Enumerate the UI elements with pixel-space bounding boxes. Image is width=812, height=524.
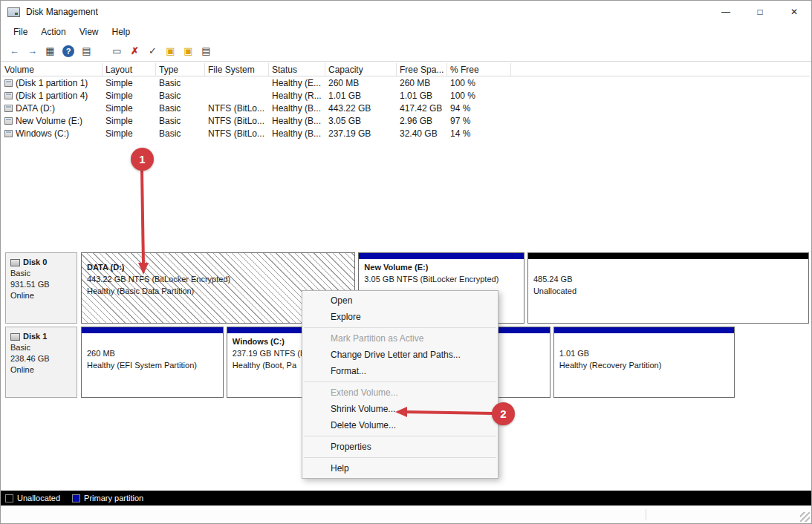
cell-capacity: 260 MB: [325, 78, 397, 88]
table-row[interactable]: (Disk 1 partition 1) Simple Basic Health…: [1, 76, 810, 89]
table-row[interactable]: (Disk 1 partition 4) Simple Basic Health…: [1, 89, 810, 102]
explore-folder-icon[interactable]: ▣: [181, 43, 196, 59]
volume-icon: [4, 92, 13, 99]
disk-type: Basic: [10, 342, 72, 353]
cell-free: 260 MB: [397, 78, 447, 88]
titlebar: Disk Management — □ ✕: [1, 1, 811, 23]
cell-layout: Simple: [103, 128, 156, 139]
legend-primary-partition: Primary partition: [72, 494, 143, 502]
cell-free: 1.01 GB: [397, 91, 447, 101]
menu-item-delete-volume[interactable]: Delete Volume...: [302, 417, 498, 433]
partition-color-bar: [554, 327, 734, 333]
delete-volume-icon[interactable]: ✗: [127, 43, 143, 59]
disk-1-label[interactable]: Disk 1 Basic 238.46 GB Online: [5, 327, 77, 398]
col-file-system[interactable]: File System: [205, 63, 269, 76]
cell-status: Healthy (B...: [269, 128, 325, 139]
cell-pct: 100 %: [447, 78, 511, 88]
cell-free: 417.42 GB: [397, 103, 447, 114]
forward-icon[interactable]: →: [25, 43, 40, 59]
properties-icon[interactable]: ▤: [198, 43, 214, 59]
minimize-button[interactable]: —: [709, 1, 743, 23]
disk-management-window: Disk Management — □ ✕ File Action View H…: [0, 0, 812, 524]
partition-name: [533, 261, 803, 273]
cell-volume: (Disk 1 partition 1): [16, 78, 88, 88]
menu-item-open[interactable]: Open: [302, 292, 498, 309]
statusbar-divider: [646, 509, 646, 520]
close-button[interactable]: ✕: [777, 1, 811, 23]
partition-recovery[interactable]: 1.01 GB Healthy (Recovery Partition): [553, 327, 735, 398]
menu-item-shrink-volume[interactable]: Shrink Volume...: [302, 401, 498, 417]
partition-name: DATA (D:): [87, 261, 349, 273]
statusbar: [1, 505, 811, 523]
console-tree-icon[interactable]: ▦: [42, 43, 58, 59]
col-capacity[interactable]: Capacity: [325, 63, 397, 76]
menu-separator: [304, 381, 496, 382]
mark-partition-icon[interactable]: ✓: [145, 43, 160, 59]
menu-action[interactable]: Action: [34, 24, 72, 39]
menu-item-explore[interactable]: Explore: [302, 309, 498, 325]
cell-pct: 100 %: [447, 91, 511, 101]
partition-detail: 3.05 GB NTFS (BitLocker Encrypted): [364, 273, 519, 285]
volume-icon: [4, 130, 13, 137]
menu-item-help[interactable]: Help: [302, 460, 498, 476]
menu-separator: [304, 436, 496, 436]
cell-layout: Simple: [103, 116, 156, 126]
resize-grip[interactable]: [800, 512, 810, 522]
menu-view[interactable]: View: [73, 24, 105, 39]
cell-type: Basic: [156, 78, 205, 88]
menu-item-properties[interactable]: Properties: [302, 439, 498, 455]
cell-capacity: 3.05 GB: [325, 116, 397, 126]
legend-label: Unallocated: [17, 494, 60, 502]
partition-detail: 443.22 GB NTFS (BitLocker Encrypted): [87, 273, 349, 285]
col-type[interactable]: Type: [156, 63, 205, 76]
col-free-space[interactable]: Free Spa...: [397, 63, 447, 76]
disk-size: 238.46 GB: [10, 353, 72, 364]
menu-item-change-drive-letter[interactable]: Change Drive Letter and Paths...: [302, 347, 498, 363]
cell-fs: NTFS (BitLo...: [205, 103, 269, 114]
cell-layout: Simple: [103, 78, 156, 88]
table-row[interactable]: New Volume (E:) Simple Basic NTFS (BitLo…: [1, 114, 810, 127]
cell-status: Healthy (E...: [269, 78, 325, 88]
table-row[interactable]: DATA (D:) Simple Basic NTFS (BitLo... He…: [1, 102, 810, 114]
back-icon[interactable]: ←: [7, 43, 22, 59]
action-pane-icon[interactable]: ▭: [109, 43, 125, 59]
menu-file[interactable]: File: [7, 24, 34, 39]
partition-color-bar: [359, 253, 524, 259]
table-row[interactable]: Windows (C:) Simple Basic NTFS (BitLo...…: [1, 127, 810, 140]
col-layout[interactable]: Layout: [103, 63, 156, 76]
partition-detail: 485.24 GB: [533, 273, 803, 285]
volume-icon: [4, 105, 13, 112]
window-title: Disk Management: [26, 7, 98, 17]
open-folder-icon[interactable]: ▣: [163, 43, 178, 59]
volume-icon: [4, 117, 13, 125]
cell-type: Basic: [156, 103, 205, 114]
partition-state: Healthy (EFI System Partition): [87, 359, 218, 371]
volume-icon: [4, 79, 13, 87]
cell-status: Healthy (R...: [269, 91, 325, 101]
menu-item-format[interactable]: Format...: [302, 363, 498, 379]
export-list-icon[interactable]: ▤: [79, 43, 94, 59]
primary-partition-swatch-icon: [72, 494, 80, 502]
cell-pct: 97 %: [447, 116, 511, 126]
partition-unallocated[interactable]: 485.24 GB Unallocated: [527, 252, 809, 324]
disk-icon: [10, 333, 20, 341]
partition-state: Healthy (Recovery Partition): [559, 359, 729, 371]
col-status[interactable]: Status: [269, 63, 325, 76]
disk-type: Basic: [10, 268, 72, 279]
menu-help[interactable]: Help: [105, 24, 137, 39]
disk-icon: [10, 259, 20, 266]
col-pct-free[interactable]: % Free: [447, 63, 511, 76]
partition-efi-system[interactable]: 260 MB Healthy (EFI System Partition): [81, 327, 224, 398]
maximize-button[interactable]: □: [743, 1, 777, 23]
disk-0-label[interactable]: Disk 0 Basic 931.51 GB Online: [5, 252, 77, 324]
cell-status: Healthy (B...: [269, 116, 325, 126]
disk-name: Disk 1: [23, 331, 47, 342]
cell-capacity: 1.01 GB: [325, 91, 397, 101]
disk-name: Disk 0: [23, 257, 47, 268]
cell-type: Basic: [156, 116, 205, 126]
cell-capacity: 237.19 GB: [325, 128, 397, 139]
col-volume[interactable]: Volume: [1, 63, 103, 76]
cell-volume: Windows (C:): [16, 128, 69, 139]
help-icon[interactable]: ?: [62, 45, 74, 57]
context-menu: Open Explore Mark Partition as Active Ch…: [302, 290, 498, 479]
